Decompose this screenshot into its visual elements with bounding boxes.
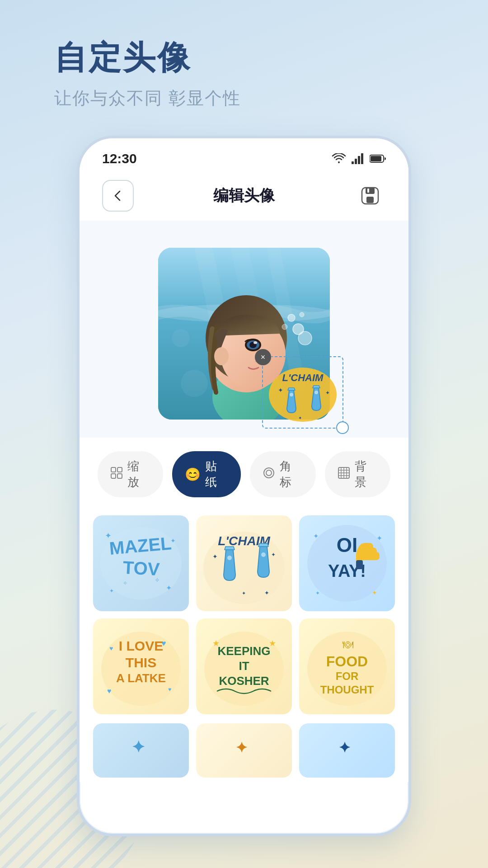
sticker-item-kosher[interactable]: ★ ★ KEEPING IT KOSHER [196, 618, 292, 714]
svg-text:KEEPING: KEEPING [217, 644, 270, 658]
wifi-icon [332, 153, 346, 164]
sticker-grid: ✦ ✦ ✦ ✦ MAZEL TOV ✧ ✧ L'CHAIM [80, 506, 408, 723]
svg-text:FOOD: FOOD [326, 653, 368, 670]
svg-point-64 [261, 552, 266, 557]
svg-text:♥: ♥ [168, 686, 171, 693]
svg-rect-9 [367, 189, 369, 193]
app-header: 编辑头像 [80, 171, 408, 221]
svg-rect-42 [117, 474, 122, 478]
badge-label: 角标 [280, 458, 303, 490]
avatar-canvas[interactable]: × L'CHAIM [158, 248, 330, 420]
phone-frame: 12:30 [77, 136, 411, 836]
svg-text:THIS: THIS [126, 655, 156, 670]
svg-text:✦: ✦ [264, 590, 269, 596]
svg-text:FOR: FOR [336, 670, 359, 682]
svg-text:♥: ♥ [107, 687, 112, 695]
svg-rect-8 [366, 197, 374, 203]
svg-text:✦: ✦ [313, 532, 319, 540]
svg-text:🍽: 🍽 [343, 638, 353, 651]
svg-point-63 [227, 556, 232, 560]
svg-text:TOV: TOV [122, 557, 160, 579]
svg-text:✦: ✦ [109, 588, 114, 594]
signal-icon [352, 153, 364, 164]
svg-text:✧: ✧ [155, 576, 160, 584]
zoom-icon [110, 467, 123, 482]
background-tool-button[interactable]: 背景 [325, 451, 390, 497]
header-title: 编辑头像 [213, 185, 275, 206]
background-icon [338, 467, 350, 482]
svg-point-26 [288, 314, 295, 321]
svg-point-35 [314, 391, 318, 394]
sticker-item-lchaim[interactable]: L'CHAIM ✦ ✦ ✦ ✦ [196, 515, 292, 611]
svg-text:L'CHAIM: L'CHAIM [282, 372, 324, 383]
sticker-icon: 😊 [185, 467, 201, 482]
status-time: 12:30 [102, 151, 137, 166]
sticker-selected-overlay[interactable]: × L'CHAIM [262, 356, 343, 429]
svg-point-34 [290, 393, 293, 396]
svg-text:✦: ✦ [131, 738, 145, 756]
svg-text:✦: ✦ [235, 740, 248, 756]
svg-rect-0 [352, 161, 354, 164]
svg-point-31 [172, 329, 190, 347]
back-button[interactable] [102, 180, 134, 212]
svg-rect-2 [358, 156, 360, 164]
svg-text:✦: ✦ [315, 590, 320, 596]
svg-rect-39 [111, 467, 116, 472]
svg-text:✦: ✦ [338, 740, 351, 756]
sticker-remove-button[interactable]: × [255, 349, 271, 365]
promo-section: 自定头像 让你与众不同 彰显个性 [54, 36, 241, 110]
save-button[interactable] [354, 180, 386, 212]
sticker-item-partial-3[interactable]: ✦ [299, 723, 395, 778]
promo-subtitle: 让你与众不同 彰显个性 [54, 87, 241, 110]
status-icons [332, 153, 386, 164]
svg-text:IT: IT [239, 659, 249, 673]
sticker-tool-button[interactable]: 😊 贴纸 [172, 451, 241, 497]
svg-text:♥: ♥ [109, 645, 113, 652]
svg-point-43 [264, 468, 274, 478]
sticker-content: L'CHAIM [263, 357, 343, 428]
promo-title: 自定头像 [54, 36, 241, 80]
svg-rect-41 [111, 474, 116, 478]
sticker-item-partial-2[interactable]: ✦ [196, 723, 292, 778]
sticker-item-ilovethis[interactable]: ♥ ♥ ♥ ♥ I LOVE THIS A LATKE [93, 618, 189, 714]
badge-icon [263, 467, 275, 482]
canvas-area[interactable]: × L'CHAIM [80, 221, 408, 438]
svg-text:✦: ✦ [372, 589, 377, 596]
zoom-label: 缩放 [127, 458, 150, 490]
svg-point-30 [181, 370, 208, 397]
svg-text:✦: ✦ [242, 590, 246, 596]
svg-point-27 [300, 312, 304, 317]
svg-text:✦: ✦ [298, 415, 302, 420]
svg-rect-7 [366, 188, 375, 194]
svg-point-24 [214, 347, 229, 365]
sticker-label: 贴纸 [205, 458, 228, 490]
svg-text:✦: ✦ [271, 552, 276, 558]
svg-point-23 [253, 341, 257, 344]
svg-point-28 [298, 331, 312, 345]
sticker-partial-row: ✦ ✦ ✦ [80, 723, 408, 782]
svg-text:✦: ✦ [166, 584, 172, 592]
sticker-resize-handle[interactable] [336, 421, 349, 434]
toolbar: 缩放 😊 贴纸 角标 [80, 438, 408, 506]
svg-rect-5 [371, 156, 381, 161]
sticker-item-partial-1[interactable]: ✦ [93, 723, 189, 778]
svg-text:✦: ✦ [325, 390, 330, 396]
svg-rect-76 [356, 560, 363, 569]
zoom-tool-button[interactable]: 缩放 [98, 451, 163, 497]
svg-rect-40 [117, 467, 122, 472]
svg-rect-1 [355, 159, 357, 164]
svg-point-44 [266, 470, 272, 476]
badge-tool-button[interactable]: 角标 [250, 451, 315, 497]
sticker-item-oiyay[interactable]: ✦ ✦ ✦ ✦ OI YAY! [299, 515, 395, 611]
background-label: 背景 [355, 458, 378, 490]
svg-text:I LOVE: I LOVE [119, 638, 163, 653]
svg-text:KOSHER: KOSHER [219, 674, 269, 688]
svg-text:✦: ✦ [376, 534, 382, 542]
svg-text:THOUGHT: THOUGHT [320, 684, 374, 696]
battery-icon [370, 154, 386, 164]
svg-text:✦: ✦ [212, 553, 218, 560]
sticker-item-mazeltov[interactable]: ✦ ✦ ✦ ✦ MAZEL TOV ✧ ✧ [93, 515, 189, 611]
sticker-item-food[interactable]: 🍽 FOOD FOR THOUGHT [299, 618, 395, 714]
status-bar: 12:30 [80, 138, 408, 171]
svg-text:A LATKE: A LATKE [116, 671, 166, 685]
